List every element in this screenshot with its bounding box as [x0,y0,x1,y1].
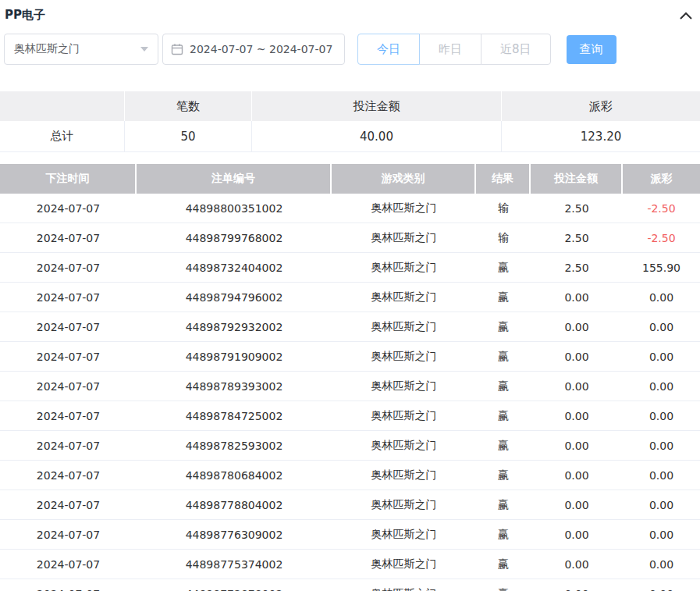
cell-game-type: 奥林匹斯之门 [332,490,476,519]
table-header-row: 下注时间 注单编号 游戏类别 结果 投注金额 派彩 [0,164,700,194]
game-select-value: 奥林匹斯之门 [14,42,80,56]
cell-bet-amount: 0.00 [531,550,623,579]
cell-result: 赢 [476,342,531,371]
cell-order-no: 44898794796002 [137,283,332,312]
cell-payout: 0.00 [623,431,700,460]
cell-payout: 0.00 [623,401,700,430]
cell-order-no: 44898791909002 [137,342,332,371]
summary-total-payout: 123.20 [502,121,700,151]
summary-header-bet-amount: 投注金额 [252,91,502,121]
cell-game-type: 奥林匹斯之门 [332,253,476,282]
table-row: 2024-07-0744898789393002奥林匹斯之门赢0.000.00 [0,372,700,401]
cell-result: 赢 [476,520,531,549]
cell-game-type: 奥林匹斯之门 [332,342,476,371]
cell-game-type: 奥林匹斯之门 [332,520,476,549]
cell-bet-time: 2024-07-07 [0,461,137,490]
cell-bet-time: 2024-07-07 [0,223,137,252]
cell-result: 输 [476,194,531,223]
cell-payout: 0.00 [623,579,700,591]
table-row: 2024-07-0744898800351002奥林匹斯之门输2.50-2.50 [0,194,700,223]
cell-game-type: 奥林匹斯之门 [332,461,476,490]
table-row: 2024-07-0744898732404002奥林匹斯之门赢2.50155.9… [0,253,700,283]
cell-order-no: 44898780684002 [137,461,332,490]
cell-bet-time: 2024-07-07 [0,283,137,312]
cell-payout: 0.00 [623,283,700,312]
calendar-icon [171,43,183,55]
header-result: 结果 [476,164,531,194]
collapse-button[interactable] [678,10,694,21]
summary-header-empty [0,91,125,121]
query-button[interactable]: 查询 [567,35,616,64]
chevron-down-icon [140,47,148,52]
yesterday-button[interactable]: 昨日 [419,34,481,65]
cell-result: 输 [476,223,531,252]
chevron-up-icon [680,12,692,20]
cell-bet-time: 2024-07-07 [0,253,137,282]
header-bet-amount: 投注金额 [531,164,623,194]
bet-records-table: 下注时间 注单编号 游戏类别 结果 投注金额 派彩 2024-07-074489… [0,164,700,591]
table-row: 2024-07-0744898778804002奥林匹斯之门赢0.000.00 [0,490,700,520]
summary-total-row: 总计 50 40.00 123.20 [0,121,700,152]
cell-payout: 0.00 [623,520,700,549]
cell-bet-amount: 0.00 [531,283,623,312]
cell-payout: -2.50 [623,194,700,223]
cell-bet-amount: 0.00 [531,579,623,591]
cell-payout: 0.00 [623,312,700,341]
cell-game-type: 奥林匹斯之门 [332,431,476,460]
cell-order-no: 44898776309002 [137,520,332,549]
cell-result: 赢 [476,579,531,591]
table-row: 2024-07-0744898780684002奥林匹斯之门赢0.000.00 [0,461,700,490]
cell-order-no: 44898732404002 [137,253,332,282]
header-game-type: 游戏类别 [332,164,476,194]
cell-bet-time: 2024-07-07 [0,312,137,341]
summary-header-payout: 派彩 [502,91,700,121]
cell-game-type: 奥林匹斯之门 [332,283,476,312]
table-row: 2024-07-0744898794796002奥林匹斯之门赢0.000.00 [0,283,700,312]
table-row: 2024-07-0744898799768002奥林匹斯之门输2.50-2.50 [0,223,700,253]
last-8-days-button[interactable]: 近8日 [481,34,551,65]
table-row: 2024-07-0744898776309002奥林匹斯之门赢0.000.00 [0,520,700,550]
cell-bet-amount: 0.00 [531,401,623,430]
cell-game-type: 奥林匹斯之门 [332,312,476,341]
cell-bet-amount: 0.00 [531,520,623,549]
cell-result: 赢 [476,401,531,430]
cell-order-no: 44898782593002 [137,431,332,460]
cell-bet-amount: 0.00 [531,461,623,490]
cell-game-type: 奥林匹斯之门 [332,550,476,579]
cell-bet-amount: 0.00 [531,490,623,519]
cell-payout: 0.00 [623,550,700,579]
table-row: 2024-07-0744898775374002奥林匹斯之门赢0.000.00 [0,550,700,579]
summary-total-bet-amount: 40.00 [252,121,502,151]
summary-total-label: 总计 [0,121,125,151]
summary-header-row: 笔数 投注金额 派彩 [0,91,700,121]
cell-bet-amount: 2.50 [531,253,623,282]
cell-result: 赢 [476,490,531,519]
cell-payout: 155.90 [623,253,700,282]
cell-order-no: 44898789393002 [137,372,332,401]
cell-bet-amount: 0.00 [531,342,623,371]
cell-order-no: 44898772878002 [137,579,332,591]
cell-order-no: 44898800351002 [137,194,332,223]
cell-result: 赢 [476,550,531,579]
cell-payout: 0.00 [623,461,700,490]
date-range-value: 2024-07-07 ~ 2024-07-07 [190,43,332,55]
table-row: 2024-07-0744898782593002奥林匹斯之门赢0.000.00 [0,431,700,461]
cell-bet-time: 2024-07-07 [0,579,137,591]
cell-result: 赢 [476,253,531,282]
cell-bet-amount: 0.00 [531,431,623,460]
cell-bet-time: 2024-07-07 [0,431,137,460]
table-row: 2024-07-0744898772878002奥林匹斯之门赢0.000.00 [0,579,700,591]
cell-bet-amount: 0.00 [531,312,623,341]
game-select[interactable]: 奥林匹斯之门 [4,34,158,65]
date-range-input[interactable]: 2024-07-07 ~ 2024-07-07 [162,34,345,65]
header-payout: 派彩 [623,164,700,194]
cell-order-no: 44898792932002 [137,312,332,341]
cell-payout: 0.00 [623,372,700,401]
table-row: 2024-07-0744898791909002奥林匹斯之门赢0.000.00 [0,342,700,372]
header-order-no: 注单编号 [137,164,332,194]
today-button[interactable]: 今日 [357,34,420,65]
cell-result: 赢 [476,461,531,490]
cell-result: 赢 [476,431,531,460]
table-row: 2024-07-0744898792932002奥林匹斯之门赢0.000.00 [0,312,700,342]
cell-bet-time: 2024-07-07 [0,401,137,430]
